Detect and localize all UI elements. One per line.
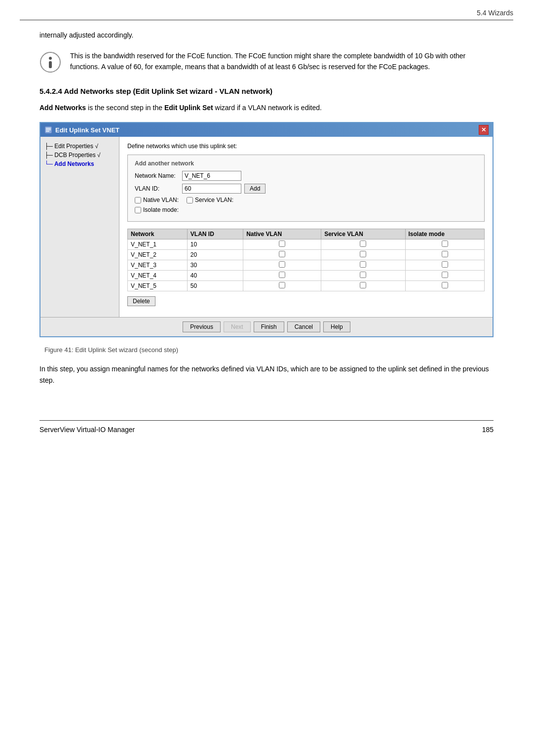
info-box-text: This is the bandwidth reserved for the F… [70,50,494,73]
subtext-bold-3: Edit Uplink Set [164,104,213,112]
cell-network: V_NET_1 [128,239,188,250]
vlan-id-input[interactable] [182,184,241,194]
table-row: V_NET_5 50 [128,281,485,291]
cell-vlan-id: 20 [187,250,243,260]
cell-vlan-id: 50 [187,281,243,291]
network-name-input[interactable] [182,171,241,181]
info-icon [39,51,61,73]
page-footer: ServerView Virtual-IO Manager 185 [39,426,494,438]
table-row: V_NET_2 20 [128,250,485,260]
dialog-window: Edit Uplink Set VNET ✕ ├─ Edit Propertie… [39,122,494,337]
subtext-4: wizard if a VLAN network is edited. [213,104,322,112]
service-vlan-checkbox-item: Service VLAN: [187,197,233,203]
cell-network: V_NET_3 [128,260,188,271]
col-service-vlan: Service VLAN [321,229,405,239]
cell-native-vlan[interactable] [243,271,321,281]
figure-caption: Figure 41: Edit Uplink Set wizard (secon… [44,346,494,354]
previous-button[interactable]: Previous [183,321,221,332]
cell-service-vlan[interactable] [321,271,405,281]
cell-service-vlan[interactable] [321,239,405,250]
section-subtext: Add Networks is the second step in the E… [39,102,494,113]
info-box: This is the bandwidth reserved for the F… [39,50,494,73]
cell-native-vlan[interactable] [243,281,321,291]
sidebar-item-edit-properties[interactable]: ├─ Edit Properties √ [44,142,115,151]
table-row: V_NET_4 40 [128,271,485,281]
dialog-footer: Previous Next Finish Cancel Help [40,317,493,336]
isolate-mode-checkbox-item: Isolate mode: [135,206,179,213]
native-service-vlan-row: Native VLAN: Service VLAN: [135,197,477,203]
service-vlan-label: Service VLAN: [195,197,233,203]
svg-point-1 [49,57,52,60]
next-button[interactable]: Next [224,321,251,332]
service-vlan-checkbox[interactable] [187,197,193,203]
cell-native-vlan[interactable] [243,260,321,271]
isolate-mode-row: Isolate mode: [135,206,477,213]
table-row: V_NET_3 30 [128,260,485,271]
vlan-id-row: VLAN ID: Add [135,184,477,194]
network-name-label: Network Name: [135,172,179,179]
native-vlan-checkbox[interactable] [135,197,141,203]
cell-native-vlan[interactable] [243,250,321,260]
network-table: Network VLAN ID Native VLAN Service VLAN… [127,229,485,291]
subtext-bold-1: Add Networks [39,104,86,112]
vlan-id-label: VLAN ID: [135,185,179,192]
sidebar-item-add-networks[interactable]: └─ Add Networks [44,159,115,168]
footer-product: ServerView Virtual-IO Manager [39,426,135,434]
dialog-body: ├─ Edit Properties √ ├─ DCB Properties √… [40,137,493,317]
svg-rect-7 [46,131,49,132]
isolate-mode-label: Isolate mode: [143,206,179,213]
bottom-divider [39,420,494,421]
cell-vlan-id: 30 [187,260,243,271]
dialog-sidebar: ├─ Edit Properties √ ├─ DCB Properties √… [40,137,119,317]
svg-rect-2 [49,61,52,68]
delete-row: Delete [127,296,485,306]
col-native-vlan: Native VLAN [243,229,321,239]
native-vlan-checkbox-item: Native VLAN: [135,197,179,203]
dialog-titlebar-left: Edit Uplink Set VNET [44,126,119,134]
finish-button[interactable]: Finish [254,321,284,332]
cell-native-vlan[interactable] [243,239,321,250]
cell-isolate-mode[interactable] [405,239,484,250]
svg-rect-6 [46,129,51,130]
add-network-title: Add another network [135,160,477,167]
cell-network: V_NET_2 [128,250,188,260]
cell-service-vlan[interactable] [321,260,405,271]
cell-service-vlan[interactable] [321,281,405,291]
cell-service-vlan[interactable] [321,250,405,260]
dialog-main: Define networks which use this uplink se… [119,137,493,317]
svg-rect-5 [46,128,51,129]
help-button[interactable]: Help [323,321,350,332]
cancel-button[interactable]: Cancel [287,321,320,332]
cell-isolate-mode[interactable] [405,250,484,260]
sidebar-tree: ├─ Edit Properties √ ├─ DCB Properties √… [44,142,115,168]
cell-isolate-mode[interactable] [405,281,484,291]
table-row: V_NET_1 10 [128,239,485,250]
cell-network: V_NET_5 [128,281,188,291]
dialog-instruction: Define networks which use this uplink se… [127,143,485,150]
delete-button[interactable]: Delete [127,296,155,306]
section-heading: 5.4.2.4 Add Networks step (Edit Uplink S… [39,87,494,95]
sidebar-item-dcb-properties[interactable]: ├─ DCB Properties √ [44,151,115,159]
col-vlan-id: VLAN ID [187,229,243,239]
cell-vlan-id: 10 [187,239,243,250]
network-name-row: Network Name: [135,171,477,181]
col-isolate-mode: Isolate mode [405,229,484,239]
isolate-mode-checkbox[interactable] [135,207,141,213]
add-button[interactable]: Add [244,184,266,194]
bottom-section-text: In this step, you assign meaningful name… [39,363,494,386]
native-vlan-label: Native VLAN: [143,197,179,203]
col-network: Network [128,229,188,239]
cell-isolate-mode[interactable] [405,260,484,271]
cell-isolate-mode[interactable] [405,271,484,281]
dialog-title: Edit Uplink Set VNET [55,126,119,134]
cell-vlan-id: 40 [187,271,243,281]
cell-network: V_NET_4 [128,271,188,281]
dialog-title-icon [44,126,52,134]
subtext-2: is the second step in the [86,104,164,112]
intro-text: internally adjusted accordingly. [39,30,494,40]
dialog-close-button[interactable]: ✕ [479,125,489,135]
add-network-group: Add another network Network Name: VLAN I… [127,155,485,222]
footer-page: 185 [482,426,494,434]
dialog-titlebar: Edit Uplink Set VNET ✕ [40,123,493,137]
section-label: 5.4 Wizards [477,9,513,17]
